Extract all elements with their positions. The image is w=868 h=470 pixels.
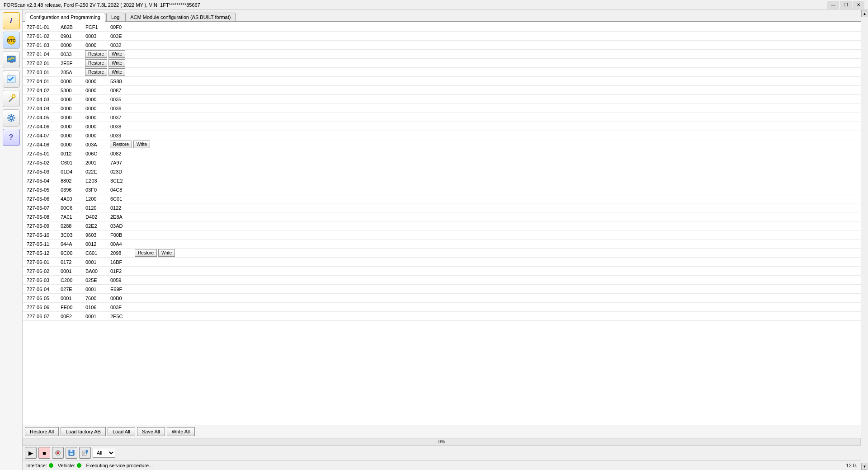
svg-rect-17 (12, 119, 14, 121)
table-row: 727-05-087A01D4022E8A (23, 212, 861, 221)
table-row: 727-04-02530000000087 (23, 86, 861, 95)
save-all-button[interactable]: Save All (137, 427, 165, 436)
row-id: 727-04-04 (25, 106, 59, 111)
svg-point-19 (57, 451, 59, 454)
write-row-button[interactable]: Write (108, 68, 125, 76)
row-id: 727-05-06 (25, 196, 59, 202)
service-sidebar-button[interactable] (3, 70, 20, 88)
table-row: 727-05-11044A001200A4 (23, 240, 861, 249)
play-button[interactable]: ▶ (25, 447, 37, 459)
help-sidebar-button[interactable]: ? (3, 129, 20, 146)
load-all-button[interactable]: Load All (108, 427, 135, 436)
row-col3: 0039 (108, 133, 133, 138)
write-row-button[interactable]: Write (133, 141, 150, 148)
row-col1: 5300 (59, 88, 84, 93)
scroll-down-arrow[interactable]: ▼ (861, 463, 868, 470)
write-all-button[interactable]: Write All (167, 427, 195, 436)
row-id: 727-06-02 (25, 268, 59, 274)
restore-row-button[interactable]: Restore (85, 50, 107, 58)
row-col2: 0120 (84, 205, 108, 211)
row-id: 727-04-01 (25, 79, 59, 84)
row-col1: 0000 (59, 97, 84, 102)
row-col3: 0087 (108, 88, 133, 93)
row-col1: 0000 (59, 106, 84, 111)
row-col1: 4A00 (59, 196, 84, 202)
restore-row-button[interactable]: Restore (85, 68, 107, 76)
row-col1: 0033 (59, 52, 84, 57)
row-col1: 0000 (59, 79, 84, 84)
row-col1: 285A (59, 70, 84, 75)
table-row: 727-05-010012006C0082 (23, 149, 861, 158)
tab-log[interactable]: Log (106, 13, 124, 21)
restore-row-button[interactable]: Restore (110, 141, 132, 148)
row-col3: 00B0 (108, 296, 133, 301)
row-col1: 7A01 (59, 214, 84, 220)
restore-button[interactable]: ❐ (840, 1, 852, 9)
scroll-up-arrow[interactable]: ▲ (861, 10, 868, 17)
svg-rect-23 (70, 453, 73, 455)
row-col3: 0036 (108, 106, 133, 111)
svg-rect-12 (7, 118, 9, 119)
svg-rect-3 (10, 62, 13, 63)
table-row: 727-05-02C60120017A97 (23, 158, 861, 167)
monitor-sidebar-button[interactable] (3, 51, 20, 68)
restore-row-button[interactable]: Restore (85, 59, 107, 67)
write-row-button[interactable]: Write (108, 59, 125, 67)
table-row: 727-05-05039603F004C8 (23, 185, 861, 194)
restore-all-button[interactable]: Restore All (25, 427, 59, 436)
row-col3: 003E (108, 33, 133, 39)
row-col1: 0000 (59, 142, 84, 147)
table-row: 727-05-09028802E203AD (23, 221, 861, 230)
dtc-sidebar-button[interactable]: DTC (3, 32, 20, 49)
row-col2: 022E (84, 169, 108, 174)
row-id: 727-04-06 (25, 124, 59, 129)
tab-config[interactable]: Configuration and Programming (25, 13, 105, 22)
row-col1: 0901 (59, 33, 84, 39)
tab-acm[interactable]: ACM Module configuration (AS BUILT forma… (125, 13, 236, 21)
row-col2: E203 (84, 178, 108, 183)
sidebar: i DTC (0, 10, 23, 470)
save-snapshot-button[interactable] (66, 447, 77, 459)
svg-point-9 (10, 117, 12, 119)
export-button[interactable] (79, 447, 91, 459)
table-row: 727-06-010172000116BF (23, 258, 861, 267)
filter-dropdown[interactable]: All (93, 448, 115, 458)
tools-sidebar-button[interactable] (3, 90, 20, 107)
row-col2: 0000 (84, 79, 108, 84)
right-scrollbar[interactable]: ▲ ▼ (861, 10, 868, 470)
row-col1: 0001 (59, 268, 84, 274)
row-col2: 0000 (84, 124, 108, 129)
load-factory-button[interactable]: Load factory AB (61, 427, 106, 436)
row-id: 727-06-04 (25, 287, 59, 292)
minimize-button[interactable]: — (827, 1, 839, 9)
interface-status: Interface: (26, 463, 53, 468)
row-col3: 00F0 (108, 24, 133, 30)
row-id: 727-04-05 (25, 115, 59, 120)
row-col2: 0000 (84, 42, 108, 48)
row-col2: 0012 (84, 241, 108, 247)
stop-button[interactable]: ■ (38, 447, 50, 459)
svg-rect-15 (12, 115, 14, 117)
restore-row-button[interactable]: Restore (135, 249, 157, 257)
row-col3: 6C01 (108, 196, 133, 202)
row-id: 727-06-01 (25, 259, 59, 265)
row-id: 727-05-09 (25, 223, 59, 229)
svg-rect-10 (10, 114, 12, 116)
svg-point-7 (13, 95, 14, 97)
row-col2: 0106 (84, 305, 108, 310)
row-id: 727-04-02 (25, 88, 59, 93)
write-row-button[interactable]: Write (108, 50, 125, 58)
row-col2: 003A (84, 142, 108, 147)
info-sidebar-button[interactable]: i (3, 12, 20, 29)
row-col2: 0001 (84, 314, 108, 319)
write-row-button[interactable]: Write (158, 249, 175, 257)
row-col3: 04C8 (108, 187, 133, 193)
row-col2: 7600 (84, 296, 108, 301)
row-col1: 8802 (59, 178, 84, 183)
record-button[interactable] (52, 447, 64, 459)
row-col1: 3C03 (59, 232, 84, 238)
row-col2: 0000 (84, 88, 108, 93)
close-button[interactable]: ✕ (853, 1, 864, 9)
module-sidebar-button[interactable] (3, 109, 20, 127)
table-row: 727-01-03000000000032 (23, 41, 861, 50)
